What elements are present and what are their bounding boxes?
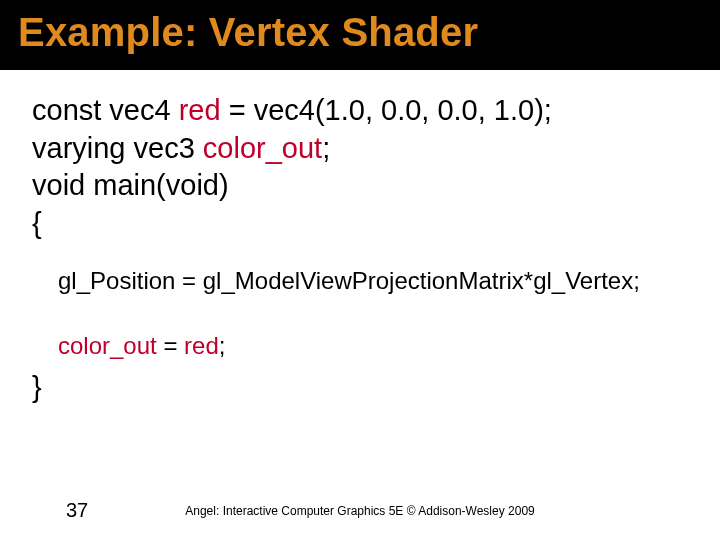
slide: Example: Vertex Shader const vec4 red = … [0, 0, 720, 540]
code-line-7: } [32, 369, 688, 407]
code-text: varying vec3 [32, 132, 203, 164]
slide-body: const vec4 red = vec4(1.0, 0.0, 0.0, 1.0… [0, 70, 720, 407]
code-var-color-out: color_out [58, 332, 157, 359]
title-bar: Example: Vertex Shader [0, 0, 720, 70]
code-line-2: varying vec3 color_out; [32, 130, 688, 168]
code-text: = vec4(1.0, 0.0, 0.0, 1.0); [221, 94, 552, 126]
code-var-red: red [179, 94, 221, 126]
slide-title: Example: Vertex Shader [18, 10, 702, 54]
code-line-6: color_out = red; [32, 330, 688, 361]
code-line-1: const vec4 red = vec4(1.0, 0.0, 0.0, 1.0… [32, 92, 688, 130]
code-text: ; [322, 132, 330, 164]
code-var-color-out: color_out [203, 132, 322, 164]
code-text: = [157, 332, 184, 359]
code-var-red: red [184, 332, 219, 359]
footer-credit: Angel: Interactive Computer Graphics 5E … [0, 504, 720, 518]
code-text: ; [219, 332, 226, 359]
code-text: const vec4 [32, 94, 179, 126]
code-line-5: gl_Position = gl_ModelViewProjectionMatr… [32, 265, 688, 296]
code-line-4: { [32, 205, 688, 243]
code-line-3: void main(void) [32, 167, 688, 205]
